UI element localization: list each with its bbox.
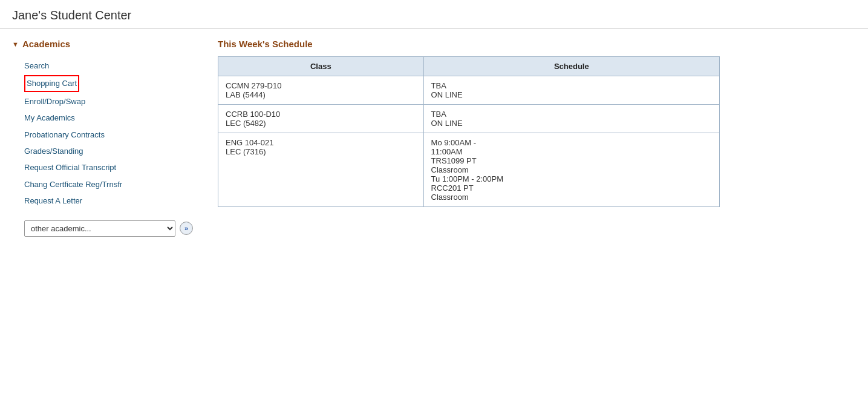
my-academics-link[interactable]: My Academics: [24, 113, 75, 122]
academics-title: Academics: [22, 39, 70, 49]
class-column-header: Class: [218, 57, 424, 76]
schedule-line2: 11:00AM: [431, 147, 463, 156]
nav-item-letter: Request A Letter: [24, 194, 194, 208]
academics-section: ▼ Academics Search Shopping Cart Enroll/…: [12, 39, 194, 237]
nav-item-certificate: Chang Certficate Reg/Trnsfr: [24, 177, 194, 191]
nav-item-enroll: Enroll/Drop/Swap: [24, 94, 194, 108]
main-content: ▼ Academics Search Shopping Cart Enroll/…: [0, 29, 868, 259]
go-button[interactable]: »: [179, 220, 194, 236]
class-detail: LEC (5482): [226, 119, 266, 128]
enroll-drop-swap-link[interactable]: Enroll/Drop/Swap: [24, 97, 85, 106]
schedule-title: This Week's Schedule: [218, 39, 856, 49]
schedule-line6: RCC201 PT: [431, 183, 474, 193]
class-detail: LEC (7316): [226, 147, 266, 156]
class-name: CCMN 279-D10: [226, 81, 281, 90]
nav-item-grades: Grades/Standing: [24, 144, 194, 158]
probationary-contracts-link[interactable]: Probationary Contracts: [24, 130, 105, 139]
nav-item-search: Search: [24, 59, 194, 73]
table-row: CCRB 100-D10 LEC (5482) TBA ON LINE: [218, 105, 720, 133]
schedule-line3: TRS1099 PT: [431, 156, 477, 165]
request-letter-link[interactable]: Request A Letter: [24, 196, 82, 205]
page-wrapper: Jane's Student Center ▼ Academics Search…: [0, 0, 868, 399]
shopping-cart-link[interactable]: Shopping Cart: [24, 75, 79, 91]
class-cell: ENG 104-021 LEC (7316): [218, 133, 424, 207]
nav-item-probationary: Probationary Contracts: [24, 128, 194, 142]
schedule-cell: Mo 9:00AM - 11:00AM TRS1099 PT Classroom…: [423, 133, 719, 207]
table-row: CCMN 279-D10 LAB (5444) TBA ON LINE: [218, 76, 720, 105]
nav-item-transcript: Request Official Transcript: [24, 160, 194, 174]
schedule-line2: ON LINE: [431, 119, 463, 128]
table-header-row: Class Schedule: [218, 57, 720, 76]
chang-certificate-link[interactable]: Chang Certficate Reg/Trnsfr: [24, 180, 122, 189]
nav-item-shopping-cart: Shopping Cart: [24, 75, 194, 91]
sidebar: ▼ Academics Search Shopping Cart Enroll/…: [12, 39, 194, 249]
search-link[interactable]: Search: [24, 61, 49, 70]
schedule-cell: TBA ON LINE: [423, 105, 719, 133]
class-name: CCRB 100-D10: [226, 110, 280, 119]
dropdown-row: other academic... Graduation Financial A…: [12, 220, 194, 237]
class-cell: CCMN 279-D10 LAB (5444): [218, 76, 424, 105]
academics-header: ▼ Academics: [12, 39, 194, 49]
request-transcript-link[interactable]: Request Official Transcript: [24, 163, 116, 172]
schedule-column-header: Schedule: [423, 57, 719, 76]
go-button-icon: »: [180, 222, 193, 235]
grades-standing-link[interactable]: Grades/Standing: [24, 147, 83, 156]
other-academic-dropdown[interactable]: other academic... Graduation Financial A…: [24, 220, 175, 237]
schedule-line4: Classroom: [431, 165, 469, 174]
schedule-line1: TBA: [431, 110, 446, 119]
class-cell: CCRB 100-D10 LEC (5482): [218, 105, 424, 133]
academics-toggle-icon[interactable]: ▼: [12, 41, 19, 48]
schedule-line5: Tu 1:00PM - 2:00PM: [431, 174, 503, 183]
class-detail: LAB (5444): [226, 90, 266, 99]
header: Jane's Student Center: [0, 0, 868, 29]
nav-item-my-academics: My Academics: [24, 111, 194, 125]
schedule-line7: Classroom: [431, 193, 469, 202]
schedule-line1: Mo 9:00AM -: [431, 138, 476, 147]
nav-links: Search Shopping Cart Enroll/Drop/Swap My…: [12, 59, 194, 208]
schedule-line2: ON LINE: [431, 90, 463, 99]
class-name: ENG 104-021: [226, 138, 274, 147]
page-title: Jane's Student Center: [12, 8, 856, 22]
schedule-section: This Week's Schedule Class Schedule CCMN…: [194, 39, 856, 249]
schedule-line1: TBA: [431, 81, 446, 90]
table-row: ENG 104-021 LEC (7316) Mo 9:00AM - 11:00…: [218, 133, 720, 207]
schedule-table: Class Schedule CCMN 279-D10 LAB (5444) T…: [218, 56, 720, 207]
schedule-cell: TBA ON LINE: [423, 76, 719, 105]
